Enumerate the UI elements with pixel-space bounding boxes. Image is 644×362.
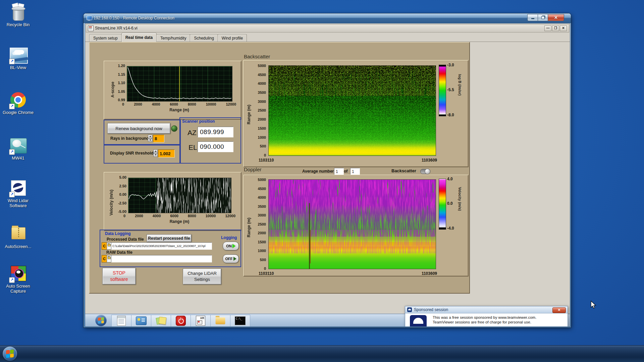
axis-tick: 4500: [258, 187, 266, 191]
desktop-icon-mw41[interactable]: ↗ MW41: [1, 137, 35, 161]
shortcut-arrow-icon: ↗: [9, 149, 15, 155]
backscatter-ylabel: Range (m): [247, 94, 251, 124]
session-taskbar-xr-app[interactable]: XR: [191, 315, 211, 327]
background-controls-box: Renew background now Rays in background …: [104, 120, 181, 145]
close-button[interactable]: ✕: [548, 14, 564, 21]
doppler-x-start: 1103110: [259, 271, 274, 276]
axis-tick: 1.20: [118, 64, 125, 68]
teamviewer-logo: [410, 315, 427, 326]
teamviewer-message-line2: TeamViewer sessions are free of charge f…: [433, 320, 531, 324]
rays-value-field[interactable]: 8: [153, 135, 164, 142]
tab-temp-humidity[interactable]: Temp/humidity: [156, 34, 190, 42]
processed-path-field[interactable]: C:\Lidar\Data\Proc\2023\202308\20230807\…: [111, 242, 212, 250]
desktop-icon-google-chrome[interactable]: ↗ Google Chrome: [1, 91, 35, 115]
axis-tick: 2.50: [119, 184, 126, 188]
axis-tick: 1.15: [118, 72, 125, 76]
axis-tick: 10000: [206, 214, 216, 218]
axis-tick: 6000: [170, 214, 178, 218]
axis-tick: 4000: [258, 81, 266, 85]
labview-vi-icon: [88, 25, 94, 31]
processed-drive-selector[interactable]: C: [102, 242, 107, 250]
average-of-field[interactable]: 1: [350, 168, 360, 175]
teamviewer-popup-title-bar[interactable]: Sponsored session ✕: [405, 306, 568, 313]
raw-drive-selector[interactable]: C: [102, 255, 107, 262]
tab-real-time-data[interactable]: Real time data: [121, 33, 157, 42]
az-label: AZ: [187, 129, 197, 137]
axis-tick: 1000: [258, 135, 266, 139]
rays-label: Rays in background: [110, 136, 149, 141]
tab-wind-profile[interactable]: Wind profile: [218, 34, 247, 42]
raw-path-field[interactable]: [111, 255, 212, 262]
session-taskbar-sticky-notes[interactable]: [151, 315, 171, 327]
restore-button[interactable]: [538, 14, 548, 21]
processed-logging-on-button[interactable]: ON: [223, 242, 239, 250]
change-lidar-settings-button[interactable]: Change LiDARSettings: [183, 268, 221, 285]
axis-tick: 0.00: [119, 192, 126, 196]
axis-tick: 4000: [152, 102, 160, 106]
minimize-button[interactable]: [527, 14, 538, 21]
colorbar-tick: 4.0: [447, 177, 453, 181]
desktop-icon-auto-screen-capture[interactable]: ↗ Auto Screen Capture: [1, 265, 35, 294]
backscatter-doppler-toggle[interactable]: [420, 169, 430, 174]
rays-spinner[interactable]: [148, 135, 152, 142]
velocity-yticks: 5.002.500.00-2.50-5.00: [112, 175, 126, 214]
session-taskbar-display-settings[interactable]: [131, 315, 151, 327]
snr-value-field[interactable]: 1.002: [158, 149, 175, 158]
raw-browse-icon[interactable]: [107, 255, 111, 262]
rdp-window: 192.168.0.150 - Remote Desktop Connectio…: [84, 13, 571, 327]
windows-start-icon: [98, 317, 104, 324]
tab-system-setup[interactable]: System setup: [89, 34, 122, 42]
el-value-field[interactable]: 090.000: [198, 141, 233, 152]
restart-processed-file-button[interactable]: Restart processed file: [147, 234, 192, 242]
axis-tick: 3000: [258, 100, 266, 104]
app-minimize-button[interactable]: —: [544, 25, 551, 31]
session-start-button[interactable]: [95, 315, 107, 326]
average-number-label: Average number: [302, 169, 334, 174]
backscatter-chart-frame: Range (m) 500045004000350030002500200015…: [243, 60, 469, 167]
az-value-field[interactable]: 089.999: [198, 127, 233, 137]
renew-background-button[interactable]: Renew background now: [107, 123, 170, 134]
session-taskbar-power[interactable]: [171, 315, 191, 327]
axis-tick: 0: [123, 214, 125, 218]
session-taskbar-command-prompt[interactable]: C:\_: [230, 315, 250, 327]
raw-logging-off-button[interactable]: OFF: [223, 254, 239, 263]
logging-label: Logging: [221, 235, 237, 240]
app-title-bar[interactable]: StreamLine XR v14-6.vi — ❐ ✕: [86, 24, 569, 33]
doppler-colorbar: [439, 179, 446, 230]
desktop-icon-wind-lidar[interactable]: ↗ Wind Lidar Software: [1, 179, 35, 208]
teamviewer-popup-close-button[interactable]: ✕: [552, 307, 566, 313]
axis-tick: 0.99: [118, 98, 125, 102]
axis-tick: 4000: [153, 214, 161, 218]
desktop-icon-bl-view[interactable]: ↗ BL-View: [1, 46, 35, 70]
processed-browse-icon[interactable]: [107, 242, 111, 250]
snr-spinner[interactable]: [153, 149, 158, 157]
display-settings-icon: [136, 316, 147, 325]
average-number-field[interactable]: 1: [334, 168, 344, 175]
start-button[interactable]: [3, 347, 17, 361]
session-taskbar-notepad[interactable]: [111, 315, 131, 327]
desktop-icon-autoscreen-zip[interactable]: AutoScreen...: [1, 225, 35, 249]
velocity-plot: [128, 178, 231, 213]
axis-tick: -2.50: [118, 201, 126, 205]
shortcut-arrow-icon: ↗: [9, 104, 15, 109]
stop-software-button[interactable]: STOPsoftware: [102, 268, 136, 285]
axis-tick: 3000: [258, 213, 266, 217]
doppler-chart-frame: Range (m) 500045004000350030002500200015…: [243, 175, 469, 277]
tab-scheduling[interactable]: Scheduling: [190, 34, 218, 42]
app-close-button[interactable]: ✕: [560, 25, 567, 31]
sticky-notes-icon: [156, 316, 166, 325]
app-maximize-button[interactable]: ❐: [552, 25, 559, 31]
axis-tick: 2500: [258, 108, 266, 112]
axis-tick: 5000: [258, 178, 266, 182]
desktop-icon-recycle-bin[interactable]: Recycle Bin: [1, 3, 35, 27]
axis-tick: 2500: [258, 222, 266, 226]
doppler-heatmap: [268, 179, 436, 269]
el-label: EL: [189, 143, 197, 152]
notepad-icon: [117, 316, 126, 326]
doppler-x-end: 1103609: [418, 271, 437, 276]
axis-tick: 4000: [258, 195, 266, 199]
rdp-title-bar[interactable]: 192.168.0.150 - Remote Desktop Connectio…: [84, 13, 571, 23]
session-taskbar-file-explorer[interactable]: [210, 315, 230, 327]
teamviewer-popup-title: Sponsored session: [414, 307, 448, 312]
axis-tick: 8000: [188, 102, 196, 106]
